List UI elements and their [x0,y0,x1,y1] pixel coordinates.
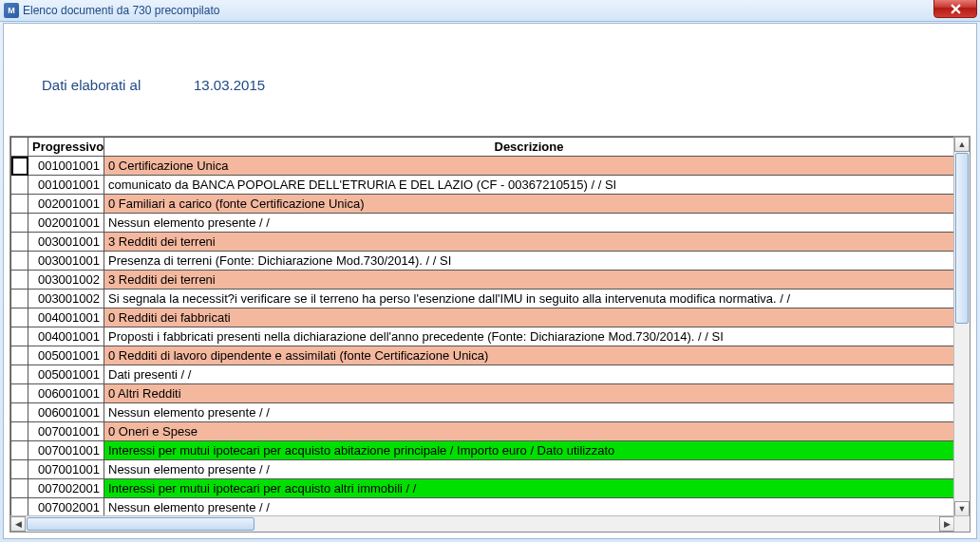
row-selector[interactable] [11,157,28,176]
cell-descrizione[interactable]: 0 Redditi di lavoro dipendente e assimil… [104,346,954,365]
row-selector[interactable] [11,327,28,346]
cell-descrizione[interactable]: Dati presenti / / [104,365,954,384]
cell-progressivo[interactable]: 004001001 [28,327,104,346]
cell-progressivo[interactable]: 001001001 [28,157,104,176]
cell-progressivo[interactable]: 005001001 [28,365,104,384]
header-label: Dati elaborati al [42,77,141,93]
row-selector[interactable] [11,290,28,308]
table-row[interactable]: 006001001Nessun elemento presente / / [11,403,954,422]
chevron-left-icon: ◀ [15,520,22,529]
scroll-left-button[interactable]: ◀ [10,516,26,532]
grid-header-row: Progressivo Descrizione [11,138,954,157]
grid-table: Progressivo Descrizione 0010010010 Certi… [10,137,954,516]
cell-progressivo[interactable]: 007001001 [28,460,104,479]
cell-progressivo[interactable]: 005001001 [28,346,104,365]
table-row[interactable]: 007001001Nessun elemento presente / / [11,460,954,479]
table-row[interactable]: 0010010010 Certificazione Unica [11,157,954,176]
row-selector[interactable] [11,384,28,403]
cell-progressivo[interactable]: 002001001 [28,195,104,214]
table-row[interactable]: 0040010010 Redditi dei fabbricati [11,308,954,327]
table-row[interactable]: 005001001Dati presenti / / [11,365,954,384]
cell-descrizione[interactable]: Nessun elemento presente / / [104,214,954,233]
table-row[interactable]: 004001001Proposti i fabbricati presenti … [11,327,954,346]
table-row[interactable]: 007001001Interessi per mutui ipotecari p… [11,441,954,460]
grid-header-descrizione[interactable]: Descrizione [104,138,954,157]
row-selector[interactable] [11,460,28,479]
cell-progressivo[interactable]: 006001001 [28,403,104,422]
scroll-right-button[interactable]: ▶ [939,516,954,532]
table-row[interactable]: 001001001comunicato da BANCA POPOLARE DE… [11,176,954,195]
table-row[interactable]: 007002001Nessun elemento presente / / [11,498,954,517]
cell-progressivo[interactable]: 004001001 [28,308,104,327]
cell-progressivo[interactable]: 001001001 [28,176,104,195]
table-row[interactable]: 0020010010 Familiari a carico (fonte Cer… [11,195,954,214]
cell-descrizione[interactable]: Presenza di terreni (Fonte: Dichiarazion… [104,252,954,271]
table-row[interactable]: 003001001Presenza di terreni (Fonte: Dic… [11,252,954,271]
vertical-scroll-thumb[interactable] [955,153,969,324]
row-selector[interactable] [11,346,28,365]
cell-descrizione[interactable]: 0 Oneri e Spese [104,422,954,441]
cell-descrizione[interactable]: Interessi per mutui ipotecari per acquis… [104,479,954,498]
cell-progressivo[interactable]: 007001001 [28,422,104,441]
cell-progressivo[interactable]: 003001001 [28,252,104,271]
cell-progressivo[interactable]: 003001001 [28,233,104,252]
scroll-up-button[interactable]: ▲ [954,137,970,152]
app-icon: M [4,3,19,18]
cell-descrizione[interactable]: 3 Redditi dei terreni [104,271,954,290]
row-selector[interactable] [11,422,28,441]
titlebar[interactable]: M Elenco documenti da 730 precompilato [0,0,980,22]
cell-descrizione[interactable]: Nessun elemento presente / / [104,460,954,479]
cell-descrizione[interactable]: 0 Certificazione Unica [104,157,954,176]
row-selector[interactable] [11,233,28,252]
cell-progressivo[interactable]: 003001002 [28,271,104,290]
cell-descrizione[interactable]: 0 Altri Redditi [104,384,954,403]
cell-progressivo[interactable]: 003001002 [28,290,104,308]
cell-progressivo[interactable]: 007001001 [28,441,104,460]
table-row[interactable]: 003001002Si segnala la necessit?i verifi… [11,290,954,308]
row-selector[interactable] [11,308,28,327]
cell-progressivo[interactable]: 007002001 [28,498,104,517]
cell-descrizione[interactable]: Nessun elemento presente / / [104,498,954,517]
row-selector[interactable] [11,214,28,233]
cell-progressivo[interactable]: 007002001 [28,479,104,498]
cell-descrizione[interactable]: Proposti i fabbricati presenti nella dic… [104,327,954,346]
chevron-up-icon: ▲ [958,140,967,149]
row-selector[interactable] [11,441,28,460]
table-row[interactable]: 0030010023 Redditi dei terreni [11,271,954,290]
row-selector[interactable] [11,403,28,422]
table-row[interactable]: 0070010010 Oneri e Spese [11,422,954,441]
cell-progressivo[interactable]: 006001001 [28,384,104,403]
table-row[interactable]: 0060010010 Altri Redditi [11,384,954,403]
close-icon [951,4,961,14]
data-grid[interactable]: Progressivo Descrizione 0010010010 Certi… [9,136,971,533]
row-selector[interactable] [11,365,28,384]
cell-descrizione[interactable]: 0 Familiari a carico (fonte Certificazio… [104,195,954,214]
window-title: Elenco documenti da 730 precompilato [23,4,219,17]
close-button[interactable] [933,0,977,18]
grid-header-progressivo[interactable]: Progressivo [28,138,104,157]
horizontal-scrollbar[interactable]: ◀ ▶ [10,515,954,532]
vertical-scrollbar[interactable]: ▲ ▼ [953,137,970,516]
row-selector[interactable] [11,176,28,195]
cell-descrizione[interactable]: Nessun elemento presente / / [104,403,954,422]
row-selector[interactable] [11,252,28,271]
grid-header-selector[interactable] [11,138,28,157]
row-selector[interactable] [11,479,28,498]
cell-descrizione[interactable]: 3 Redditi dei terreni [104,233,954,252]
table-row[interactable]: 0050010010 Redditi di lavoro dipendente … [11,346,954,365]
scroll-down-button[interactable]: ▼ [954,501,970,516]
table-row[interactable]: 0030010013 Redditi dei terreni [11,233,954,252]
cell-descrizione[interactable]: 0 Redditi dei fabbricati [104,308,954,327]
row-selector[interactable] [11,195,28,214]
row-selector[interactable] [11,271,28,290]
header-area: Dati elaborati al 13.03.2015 [4,24,976,136]
cell-progressivo[interactable]: 002001001 [28,214,104,233]
cell-descrizione[interactable]: Interessi per mutui ipotecari per acquis… [104,441,954,460]
table-row[interactable]: 002001001Nessun elemento presente / / [11,214,954,233]
cell-descrizione[interactable]: Si segnala la necessit?i verificare se i… [104,290,954,308]
table-row[interactable]: 007002001Interessi per mutui ipotecari p… [11,479,954,498]
horizontal-scroll-thumb[interactable] [27,517,254,531]
row-selector[interactable] [11,498,28,517]
window: M Elenco documenti da 730 precompilato D… [0,0,980,542]
cell-descrizione[interactable]: comunicato da BANCA POPOLARE DELL'ETRURI… [104,176,954,195]
